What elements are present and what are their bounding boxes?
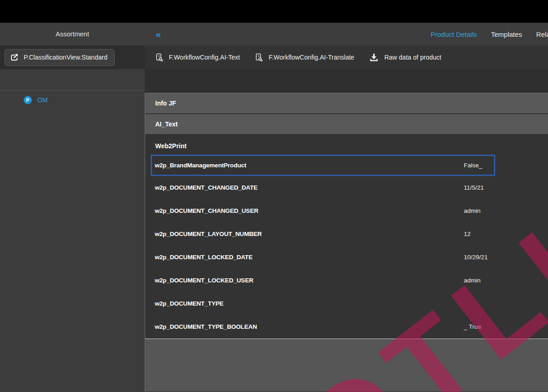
attr-row-changed-user[interactable]: w2p_DOCUMENT_CHANGED_USER admin (145, 199, 548, 222)
attr-row-changed-date[interactable]: w2p_DOCUMENT_CHANGED_DATE 11/5/21 (145, 176, 548, 199)
workflow-config-icon (255, 53, 263, 62)
attr-label: w2p_DOCUMENT_LAYOUT_NUMBER (155, 231, 464, 237)
workflow-config-icon (155, 53, 163, 62)
attr-label: w2p_DOCUMENT_TYPE (155, 300, 464, 307)
attr-row-document-type-boolean[interactable]: w2p_DOCUMENT_TYPE_BOOLEAN _ True (145, 315, 548, 338)
attr-label: w2p_DOCUMENT_LOCKED_DATE (155, 254, 464, 261)
attr-value: 12 (464, 231, 471, 237)
toolbar-content-gap (145, 69, 548, 93)
raw-data-button[interactable]: Raw data of product (369, 53, 441, 62)
workflow-ai-text-label: F.WorkflowConfig.AI-Text (169, 54, 240, 61)
workflow-ai-translate-label: F.WorkflowConfig.AI-Translate (269, 54, 354, 61)
sidebar-header: Assortment (0, 23, 145, 45)
sidebar-spacer (0, 69, 145, 90)
attr-value: admin (464, 277, 481, 284)
section-info-jf[interactable]: Info JF (145, 93, 548, 114)
bottom-empty-area (145, 339, 548, 392)
workflow-ai-translate-button[interactable]: F.WorkflowConfig.AI-Translate (255, 53, 354, 62)
tree-item-om[interactable]: P OM (0, 90, 145, 104)
attr-row-locked-date[interactable]: w2p_DOCUMENT_LOCKED_DATE 10/29/21 (145, 246, 548, 269)
main-area: « Product Details Templates Relations F.… (145, 23, 548, 392)
attr-value: 11/5/21 (464, 184, 484, 191)
attr-label: w2p_DOCUMENT_TYPE_BOOLEAN (155, 323, 464, 330)
tab-product-details[interactable]: Product Details (431, 30, 477, 38)
window-topbar (0, 0, 548, 23)
attr-value: _ True (464, 323, 481, 330)
section-ai-text[interactable]: AI_Text (145, 114, 548, 135)
attribute-content: Info JF AI_Text Web2Print w2p_BrandManag… (145, 93, 548, 392)
tab-templates[interactable]: Templates (491, 30, 522, 38)
attr-label: w2p_BrandManagementProduct (155, 162, 464, 169)
classification-view-button[interactable]: P.ClassificationView.Standard (5, 49, 115, 66)
attr-row-locked-user[interactable]: w2p_DOCUMENT_LOCKED_USER admin (145, 269, 548, 292)
sidebar-button-row: P.ClassificationView.Standard (0, 45, 145, 69)
raw-data-label: Raw data of product (384, 54, 441, 61)
web2print-panel-title[interactable]: Web2Print (145, 135, 548, 155)
attr-label: w2p_DOCUMENT_CHANGED_DATE (155, 184, 464, 191)
download-icon (369, 53, 379, 62)
attr-label: w2p_DOCUMENT_CHANGED_USER (155, 207, 464, 214)
attr-row-layout-number[interactable]: w2p_DOCUMENT_LAYOUT_NUMBER 12 (145, 222, 548, 246)
tabs-bar: « Product Details Templates Relations (145, 23, 548, 45)
attr-value: False_ (464, 162, 482, 169)
share-icon (10, 53, 19, 62)
tab-relations[interactable]: Relations (536, 30, 548, 38)
attr-row-document-type[interactable]: w2p_DOCUMENT_TYPE (145, 292, 548, 315)
tree-item-label: OM (37, 96, 48, 104)
attr-row-brand-management[interactable]: w2p_BrandManagementProduct False_ (151, 155, 495, 176)
web2print-panel: Web2Print w2p_BrandManagementProduct Fal… (145, 135, 548, 339)
attr-value: 10/29/21 (464, 254, 488, 261)
sidebar: Assortment P.ClassificationView.Standard… (0, 23, 145, 392)
collapse-sidebar-icon[interactable]: « (156, 27, 161, 41)
action-toolbar: F.WorkflowConfig.AI-Text F.WorkflowConfi… (145, 45, 548, 69)
attr-value: admin (464, 207, 481, 214)
workflow-ai-text-button[interactable]: F.WorkflowConfig.AI-Text (155, 53, 240, 62)
classification-view-label: P.ClassificationView.Standard (24, 54, 107, 61)
tab-strip: Product Details Templates Relations (431, 23, 548, 45)
attr-label: w2p_DOCUMENT_LOCKED_USER (155, 277, 464, 284)
product-badge-icon: P (24, 96, 32, 104)
